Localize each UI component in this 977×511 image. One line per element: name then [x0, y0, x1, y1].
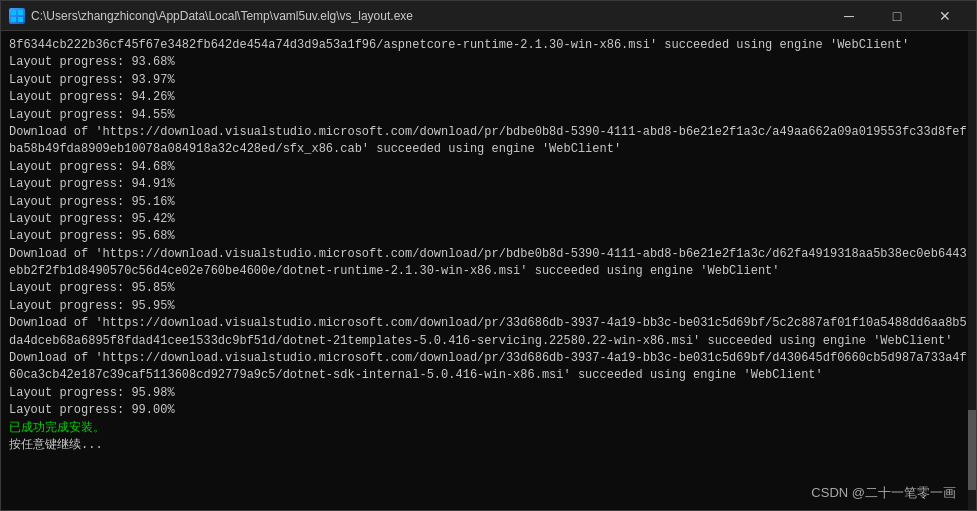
- console-line: Layout progress: 93.97%: [9, 73, 175, 87]
- watermark: CSDN @二十一笔零一画: [811, 484, 956, 502]
- scrollbar[interactable]: [968, 31, 976, 510]
- console-line: Download of 'https://download.visualstud…: [9, 247, 967, 278]
- console-line: Layout progress: 95.16%: [9, 195, 175, 209]
- app-icon: [9, 8, 25, 24]
- svg-rect-0: [11, 10, 16, 15]
- svg-rect-3: [18, 17, 23, 22]
- title-bar: C:\Users\zhangzhicong\AppData\Local\Temp…: [1, 1, 976, 31]
- close-button[interactable]: ✕: [922, 1, 968, 31]
- minimize-button[interactable]: ─: [826, 1, 872, 31]
- window-title: C:\Users\zhangzhicong\AppData\Local\Temp…: [31, 9, 413, 23]
- console-line: 8f6344cb222b36cf45f67e3482fb642de454a74d…: [9, 38, 909, 52]
- console-line: 已成功完成安装。: [9, 421, 105, 435]
- console-line: Layout progress: 93.68%: [9, 55, 175, 69]
- svg-rect-2: [11, 17, 16, 22]
- scrollbar-thumb[interactable]: [968, 410, 976, 490]
- console-line: Download of 'https://download.visualstud…: [9, 125, 967, 156]
- console-line: Layout progress: 95.68%: [9, 229, 175, 243]
- console-line: Layout progress: 95.85%: [9, 281, 175, 295]
- console-line: 按任意键继续...: [9, 438, 103, 452]
- window-controls: ─ □ ✕: [826, 1, 968, 31]
- maximize-button[interactable]: □: [874, 1, 920, 31]
- console-line: Download of 'https://download.visualstud…: [9, 316, 967, 347]
- console-line: Layout progress: 94.55%: [9, 108, 175, 122]
- console-line: Layout progress: 94.91%: [9, 177, 175, 191]
- console-line: Layout progress: 94.26%: [9, 90, 175, 104]
- main-window: C:\Users\zhangzhicong\AppData\Local\Temp…: [0, 0, 977, 511]
- console-line: Download of 'https://download.visualstud…: [9, 351, 967, 382]
- title-bar-left: C:\Users\zhangzhicong\AppData\Local\Temp…: [9, 8, 413, 24]
- console-line: Layout progress: 99.00%: [9, 403, 175, 417]
- console-line: Layout progress: 95.95%: [9, 299, 175, 313]
- console-line: Layout progress: 94.68%: [9, 160, 175, 174]
- console-line: Layout progress: 95.98%: [9, 386, 175, 400]
- console-output: 8f6344cb222b36cf45f67e3482fb642de454a74d…: [9, 37, 968, 454]
- svg-rect-1: [18, 10, 23, 15]
- console-line: Layout progress: 95.42%: [9, 212, 175, 226]
- console-area: 8f6344cb222b36cf45f67e3482fb642de454a74d…: [1, 31, 976, 510]
